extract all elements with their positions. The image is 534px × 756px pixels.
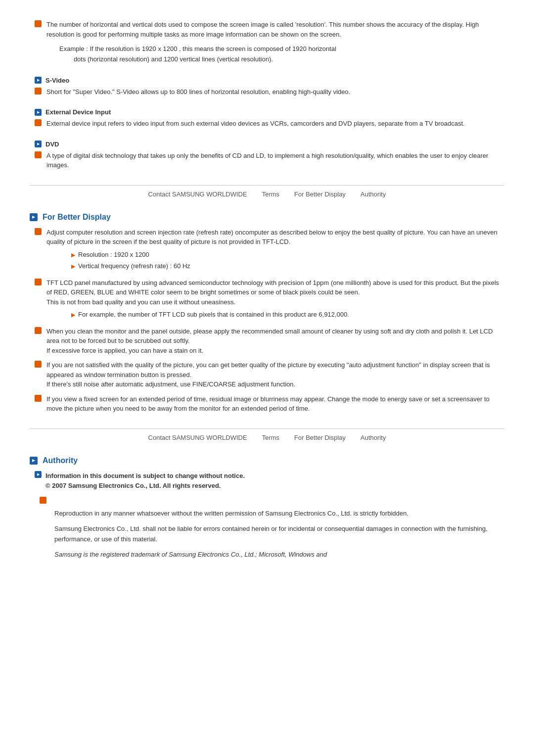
- bd-bullet-icon-1: [35, 228, 42, 235]
- authority-copyright-line1: Information in this document is subject …: [45, 471, 245, 481]
- authority-para3-text: is the registered trademark of Samsung E…: [82, 551, 259, 558]
- authority-heading-text: Authority: [43, 456, 78, 465]
- authority-para-2: Samsung Electronics Co., Ltd. shall not …: [54, 524, 504, 545]
- svideo-heading-text: S-Video: [45, 77, 69, 84]
- svideo-heading-icon: [35, 77, 42, 84]
- arrow-icon-1-2: ▶: [71, 262, 75, 271]
- svideo-bullet-text: Short for "Super Video." S-Video allows …: [46, 87, 504, 97]
- bd-subitem-text-1-2: Vertical frequency (refresh rate) : 60 H…: [78, 261, 190, 271]
- bd-bullet-text-2: TFT LCD panel manufactured by using adva…: [46, 278, 504, 322]
- svideo-heading-row: S-Video: [30, 77, 504, 84]
- better-display-heading-row: For Better Display: [30, 213, 504, 222]
- authority-para-3: Samsung is the registered trademark of S…: [54, 550, 504, 560]
- nav-bar-2: Contact SAMSUNG WORLDWIDE Terms For Bett…: [30, 428, 504, 441]
- nav1-better-display[interactable]: For Better Display: [294, 190, 346, 198]
- authority-bullet-empty: [35, 496, 504, 504]
- external-heading-row: External Device Input: [30, 108, 504, 116]
- dvd-heading-row: DVD: [30, 141, 504, 148]
- authority-heading-row: Authority: [30, 456, 504, 465]
- bd-subitem-text-1-1: Resolution : 1920 x 1200: [78, 250, 149, 260]
- authority-para3-end: and: [314, 551, 327, 558]
- bd-bullet-3: When you clean the monitor and the panel…: [30, 327, 504, 356]
- dvd-heading-text: DVD: [45, 141, 59, 148]
- resolution-example: Example : If the resolution is 1920 x 12…: [59, 44, 504, 65]
- bd-bullet-text-3: When you clean the monitor and the panel…: [46, 327, 504, 356]
- dvd-heading-icon: [35, 141, 42, 147]
- dvd-bullet: A type of digital disk technology that t…: [30, 151, 504, 170]
- resolution-section: The number of horizontal and vertical do…: [30, 20, 504, 65]
- bd-bullet-5: If you view a fixed screen for an extend…: [30, 394, 504, 414]
- bd-bullet-text-1: Adjust computer resolution and screen in…: [46, 228, 504, 273]
- authority-bullet-icon: [40, 497, 46, 504]
- authority-info-icon: [35, 471, 42, 478]
- nav2-contact[interactable]: Contact SAMSUNG WORLDWIDE: [148, 434, 247, 441]
- arrow-icon-2-1: ▶: [71, 311, 75, 319]
- authority-samsung-trademark: Samsung: [54, 551, 82, 558]
- dvd-section: A type of digital disk technology that t…: [30, 151, 504, 170]
- resolution-bullet-1: The number of horizontal and vertical do…: [30, 20, 504, 39]
- bd-bullet-text-5: If you view a fixed screen for an extend…: [46, 394, 504, 414]
- external-bullet-text: External device input refers to video in…: [46, 119, 504, 129]
- svideo-section: Short for "Super Video." S-Video allows …: [30, 87, 504, 97]
- bd-bullet-text-4: If you are not satisfied with the qualit…: [46, 360, 504, 389]
- authority-windows-trademark: Windows: [288, 551, 314, 558]
- bd-bullet-icon-4: [35, 361, 42, 368]
- nav1-contact[interactable]: Contact SAMSUNG WORLDWIDE: [148, 190, 247, 198]
- authority-copyright-text: Information in this document is subject …: [45, 471, 245, 492]
- svideo-bullet-icon: [35, 88, 42, 94]
- nav2-authority[interactable]: Authority: [360, 434, 386, 441]
- bd-bullet-2: TFT LCD panel manufactured by using adva…: [30, 278, 504, 322]
- svideo-bullet: Short for "Super Video." S-Video allows …: [30, 87, 504, 97]
- dvd-bullet-text: A type of digital disk technology that t…: [46, 151, 504, 170]
- bd-bullet-4: If you are not satisfied with the qualit…: [30, 360, 504, 389]
- bd-bullet-icon-2: [35, 279, 42, 285]
- nav2-terms[interactable]: Terms: [262, 434, 279, 441]
- bd-subitem-2-1: ▶ For example, the number of TFT LCD sub…: [71, 310, 504, 320]
- external-section: External device input refers to video in…: [30, 119, 504, 129]
- resolution-bullet-text-1: The number of horizontal and vertical do…: [46, 20, 504, 39]
- dvd-bullet-icon: [35, 151, 42, 158]
- nav-bar-1: Contact SAMSUNG WORLDWIDE Terms For Bett…: [30, 185, 504, 198]
- nav1-terms[interactable]: Terms: [262, 190, 279, 198]
- external-bullet: External device input refers to video in…: [30, 119, 504, 129]
- bd-bullet-icon-3: [35, 327, 42, 334]
- bd-subitem-1-2: ▶ Vertical frequency (refresh rate) : 60…: [71, 261, 504, 271]
- bd-bullet-icon-5: [35, 395, 42, 402]
- bullet-icon-1: [35, 20, 42, 27]
- authority-microsoft-trademark: Microsoft: [259, 551, 285, 558]
- bd-bullet-1: Adjust computer resolution and screen in…: [30, 228, 504, 273]
- better-display-section: Adjust computer resolution and screen in…: [30, 228, 504, 414]
- arrow-icon-1-1: ▶: [71, 251, 75, 259]
- authority-para-1: Reproduction in any manner whatsoever wi…: [54, 509, 504, 519]
- bd-subitem-1-1: ▶ Resolution : 1920 x 1200: [71, 250, 504, 260]
- external-heading-text: External Device Input: [45, 108, 111, 116]
- nav2-better-display[interactable]: For Better Display: [294, 434, 346, 441]
- better-display-heading-text: For Better Display: [43, 213, 111, 222]
- authority-heading-icon: [30, 457, 38, 465]
- bd-subitem-text-2-1: For example, the number of TFT LCD sub p…: [78, 310, 349, 320]
- authority-copyright-block: Information in this document is subject …: [30, 471, 504, 492]
- external-bullet-icon: [35, 119, 42, 126]
- better-display-heading-icon: [30, 213, 38, 221]
- nav1-authority[interactable]: Authority: [360, 190, 386, 198]
- authority-copyright-line2: © 2007 Samsung Electronics Co., Ltd. All…: [45, 481, 245, 491]
- external-heading-icon: [35, 109, 42, 116]
